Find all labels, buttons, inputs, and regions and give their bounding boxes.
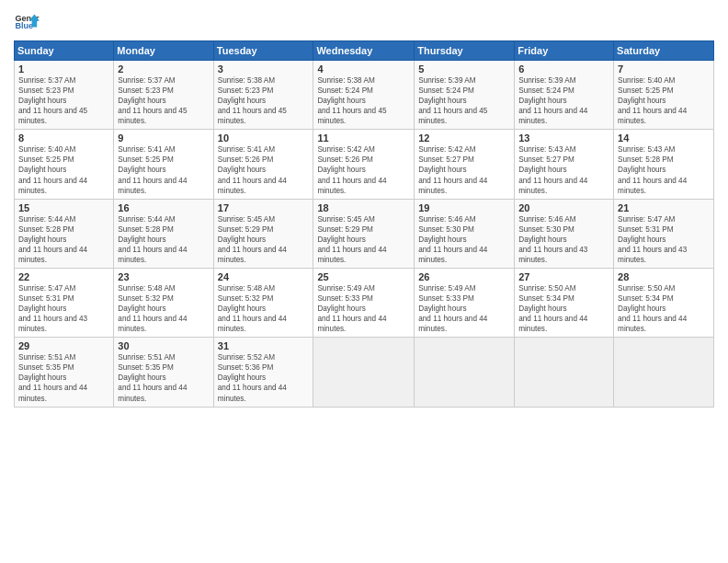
day-info: Sunrise: 5:41 AM Sunset: 5:25 PM Dayligh… <box>118 144 209 195</box>
calendar-week-3: 15 Sunrise: 5:44 AM Sunset: 5:28 PM Dayl… <box>15 199 714 268</box>
col-header-wednesday: Wednesday <box>313 41 415 61</box>
day-number: 17 <box>218 202 310 213</box>
day-cell-31: 31 Sunrise: 5:52 AM Sunset: 5:36 PM Dayl… <box>213 338 313 407</box>
day-info: Sunrise: 5:51 AM Sunset: 5:35 PM Dayligh… <box>118 352 209 403</box>
day-cell-23: 23 Sunrise: 5:48 AM Sunset: 5:32 PM Dayl… <box>114 268 213 337</box>
day-number: 6 <box>518 63 609 75</box>
day-cell-7: 7 Sunrise: 5:40 AM Sunset: 5:25 PM Dayli… <box>614 61 714 130</box>
day-number: 20 <box>518 202 609 213</box>
day-info: Sunrise: 5:49 AM Sunset: 5:33 PM Dayligh… <box>418 283 510 334</box>
empty-cell <box>415 338 515 407</box>
calendar-week-4: 22 Sunrise: 5:47 AM Sunset: 5:31 PM Dayl… <box>15 268 714 337</box>
col-header-tuesday: Tuesday <box>213 41 313 61</box>
calendar-table: SundayMondayTuesdayWednesdayThursdayFrid… <box>14 40 714 408</box>
day-info: Sunrise: 5:47 AM Sunset: 5:31 PM Dayligh… <box>618 214 710 265</box>
day-cell-18: 18 Sunrise: 5:45 AM Sunset: 5:29 PM Dayl… <box>313 199 415 268</box>
day-number: 13 <box>518 132 609 144</box>
logo-icon: General Blue <box>14 9 40 35</box>
day-number: 22 <box>18 271 109 282</box>
day-cell-28: 28 Sunrise: 5:50 AM Sunset: 5:34 PM Dayl… <box>614 268 714 337</box>
day-info: Sunrise: 5:37 AM Sunset: 5:23 PM Dayligh… <box>118 75 209 126</box>
col-header-monday: Monday <box>114 41 213 61</box>
day-info: Sunrise: 5:46 AM Sunset: 5:30 PM Dayligh… <box>518 214 609 265</box>
day-info: Sunrise: 5:50 AM Sunset: 5:34 PM Dayligh… <box>618 283 710 334</box>
day-cell-27: 27 Sunrise: 5:50 AM Sunset: 5:34 PM Dayl… <box>515 268 614 337</box>
day-number: 23 <box>118 271 209 282</box>
empty-cell <box>515 338 614 407</box>
day-number: 8 <box>18 132 109 144</box>
day-number: 7 <box>618 63 710 75</box>
day-cell-3: 3 Sunrise: 5:38 AM Sunset: 5:23 PM Dayli… <box>213 61 313 130</box>
day-number: 28 <box>618 271 710 282</box>
day-number: 10 <box>218 132 310 144</box>
day-cell-1: 1 Sunrise: 5:37 AM Sunset: 5:23 PM Dayli… <box>15 61 114 130</box>
day-info: Sunrise: 5:48 AM Sunset: 5:32 PM Dayligh… <box>218 283 310 334</box>
calendar-week-2: 8 Sunrise: 5:40 AM Sunset: 5:25 PM Dayli… <box>15 130 714 199</box>
day-cell-13: 13 Sunrise: 5:43 AM Sunset: 5:27 PM Dayl… <box>515 130 614 199</box>
day-info: Sunrise: 5:51 AM Sunset: 5:35 PM Dayligh… <box>18 352 109 403</box>
day-info: Sunrise: 5:38 AM Sunset: 5:24 PM Dayligh… <box>317 75 410 126</box>
col-header-saturday: Saturday <box>614 41 714 61</box>
day-cell-4: 4 Sunrise: 5:38 AM Sunset: 5:24 PM Dayli… <box>313 61 415 130</box>
day-number: 26 <box>418 271 510 282</box>
day-info: Sunrise: 5:41 AM Sunset: 5:26 PM Dayligh… <box>218 144 310 195</box>
day-number: 9 <box>118 132 209 144</box>
day-info: Sunrise: 5:46 AM Sunset: 5:30 PM Dayligh… <box>418 214 510 265</box>
day-cell-8: 8 Sunrise: 5:40 AM Sunset: 5:25 PM Dayli… <box>15 130 114 199</box>
empty-cell <box>313 338 415 407</box>
day-info: Sunrise: 5:42 AM Sunset: 5:26 PM Dayligh… <box>317 144 410 195</box>
calendar-week-1: 1 Sunrise: 5:37 AM Sunset: 5:23 PM Dayli… <box>15 61 714 130</box>
day-info: Sunrise: 5:39 AM Sunset: 5:24 PM Dayligh… <box>418 75 510 126</box>
calendar-week-5: 29 Sunrise: 5:51 AM Sunset: 5:35 PM Dayl… <box>15 338 714 407</box>
day-cell-12: 12 Sunrise: 5:42 AM Sunset: 5:27 PM Dayl… <box>415 130 515 199</box>
day-cell-20: 20 Sunrise: 5:46 AM Sunset: 5:30 PM Dayl… <box>515 199 614 268</box>
day-info: Sunrise: 5:44 AM Sunset: 5:28 PM Dayligh… <box>118 214 209 265</box>
day-info: Sunrise: 5:45 AM Sunset: 5:29 PM Dayligh… <box>317 214 410 265</box>
day-cell-22: 22 Sunrise: 5:47 AM Sunset: 5:31 PM Dayl… <box>15 268 114 337</box>
day-info: Sunrise: 5:49 AM Sunset: 5:33 PM Dayligh… <box>317 283 410 334</box>
day-cell-14: 14 Sunrise: 5:43 AM Sunset: 5:28 PM Dayl… <box>614 130 714 199</box>
day-number: 25 <box>317 271 410 282</box>
day-cell-30: 30 Sunrise: 5:51 AM Sunset: 5:35 PM Dayl… <box>114 338 213 407</box>
day-number: 15 <box>18 202 109 213</box>
empty-cell <box>614 338 714 407</box>
day-cell-9: 9 Sunrise: 5:41 AM Sunset: 5:25 PM Dayli… <box>114 130 213 199</box>
day-number: 3 <box>218 63 310 75</box>
day-info: Sunrise: 5:40 AM Sunset: 5:25 PM Dayligh… <box>618 75 710 126</box>
day-cell-24: 24 Sunrise: 5:48 AM Sunset: 5:32 PM Dayl… <box>213 268 313 337</box>
day-number: 1 <box>18 63 109 75</box>
logo: General Blue <box>14 9 43 35</box>
col-header-friday: Friday <box>515 41 614 61</box>
day-info: Sunrise: 5:48 AM Sunset: 5:32 PM Dayligh… <box>118 283 209 334</box>
day-cell-19: 19 Sunrise: 5:46 AM Sunset: 5:30 PM Dayl… <box>415 199 515 268</box>
day-number: 29 <box>18 340 109 351</box>
col-header-sunday: Sunday <box>15 41 114 61</box>
day-number: 12 <box>418 132 510 144</box>
day-info: Sunrise: 5:37 AM Sunset: 5:23 PM Dayligh… <box>18 75 109 126</box>
day-info: Sunrise: 5:52 AM Sunset: 5:36 PM Dayligh… <box>218 352 310 403</box>
day-cell-5: 5 Sunrise: 5:39 AM Sunset: 5:24 PM Dayli… <box>415 61 515 130</box>
day-number: 11 <box>317 132 410 144</box>
day-info: Sunrise: 5:43 AM Sunset: 5:28 PM Dayligh… <box>618 144 710 195</box>
day-info: Sunrise: 5:44 AM Sunset: 5:28 PM Dayligh… <box>18 214 109 265</box>
day-info: Sunrise: 5:39 AM Sunset: 5:24 PM Dayligh… <box>518 75 609 126</box>
day-number: 30 <box>118 340 209 351</box>
day-cell-29: 29 Sunrise: 5:51 AM Sunset: 5:35 PM Dayl… <box>15 338 114 407</box>
day-cell-16: 16 Sunrise: 5:44 AM Sunset: 5:28 PM Dayl… <box>114 199 213 268</box>
day-cell-10: 10 Sunrise: 5:41 AM Sunset: 5:26 PM Dayl… <box>213 130 313 199</box>
day-cell-15: 15 Sunrise: 5:44 AM Sunset: 5:28 PM Dayl… <box>15 199 114 268</box>
day-number: 19 <box>418 202 510 213</box>
day-info: Sunrise: 5:42 AM Sunset: 5:27 PM Dayligh… <box>418 144 510 195</box>
day-info: Sunrise: 5:45 AM Sunset: 5:29 PM Dayligh… <box>218 214 310 265</box>
col-header-thursday: Thursday <box>415 41 515 61</box>
header: General Blue <box>14 9 714 35</box>
day-number: 16 <box>118 202 209 213</box>
day-cell-26: 26 Sunrise: 5:49 AM Sunset: 5:33 PM Dayl… <box>415 268 515 337</box>
day-number: 31 <box>218 340 310 351</box>
day-number: 27 <box>518 271 609 282</box>
day-cell-17: 17 Sunrise: 5:45 AM Sunset: 5:29 PM Dayl… <box>213 199 313 268</box>
day-cell-21: 21 Sunrise: 5:47 AM Sunset: 5:31 PM Dayl… <box>614 199 714 268</box>
day-cell-2: 2 Sunrise: 5:37 AM Sunset: 5:23 PM Dayli… <box>114 61 213 130</box>
day-number: 5 <box>418 63 510 75</box>
day-info: Sunrise: 5:50 AM Sunset: 5:34 PM Dayligh… <box>518 283 609 334</box>
